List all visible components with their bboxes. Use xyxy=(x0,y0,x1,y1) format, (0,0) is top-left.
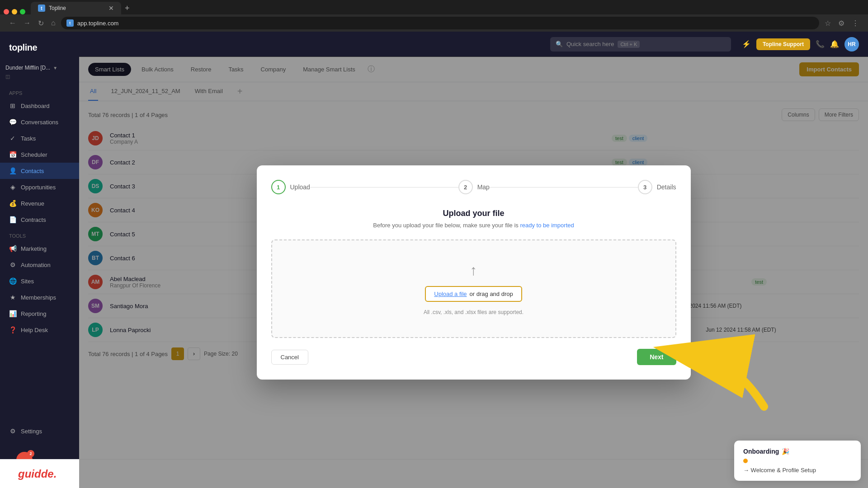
sidebar-item-helpdesk[interactable]: ❓ Help Desk xyxy=(0,322,79,338)
bell-icon[interactable]: 🔔 xyxy=(830,40,839,48)
stepper: 1 Upload 2 Map 3 Details xyxy=(271,180,676,194)
traffic-light-yellow[interactable] xyxy=(12,9,17,14)
sidebar-item-opportunities[interactable]: ◈ Opportunities xyxy=(0,179,79,195)
browser-toolbar: ← → ↻ ⌂ t app.topline.com ☆ ⚙ ⋮ xyxy=(0,14,868,32)
sidebar-item-label-contracts: Contracts xyxy=(21,216,46,223)
upload-subtitle: Before you upload your file below, make … xyxy=(271,222,676,229)
memberships-icon: ★ xyxy=(9,294,16,301)
sidebar-item-memberships[interactable]: ★ Memberships xyxy=(0,289,79,305)
sidebar-item-automation[interactable]: ⚙ Automation xyxy=(0,257,79,273)
step-3-circle: 3 xyxy=(638,180,652,194)
tab-close-icon[interactable]: ✕ xyxy=(108,5,114,12)
phone-icon[interactable]: 📞 xyxy=(816,40,825,48)
drop-zone[interactable]: ↑ Upload a file or drag and drop All .cs… xyxy=(271,239,676,338)
cancel-button[interactable]: Cancel xyxy=(271,350,308,365)
menu-icon[interactable]: ⋮ xyxy=(850,17,861,29)
step-2-label: Map xyxy=(477,183,490,191)
sidebar-item-conversations[interactable]: 💬 Conversations xyxy=(0,114,79,130)
extensions-icon[interactable]: ⚙ xyxy=(836,17,846,29)
app: topline Dunder Mifflin [D... ▼ ◫ Apps ⊞ … xyxy=(0,32,868,488)
sidebar-avatar-badge: 2 xyxy=(27,450,34,457)
home-button[interactable]: ⌂ xyxy=(49,17,57,29)
guidde-logo: guidde. xyxy=(18,468,57,480)
upload-file-link[interactable]: Upload a file xyxy=(434,291,467,297)
step-2: 2 Map xyxy=(458,180,490,194)
contracts-icon: 📄 xyxy=(9,216,16,223)
user-avatar[interactable]: HR xyxy=(844,37,859,52)
sidebar-item-label-contacts: Contacts xyxy=(21,168,44,174)
top-header: 🔍 Quick search here Ctrl + K ⚡ Topline S… xyxy=(79,32,868,57)
refresh-button[interactable]: ↻ xyxy=(36,17,46,29)
sidebar-item-contracts[interactable]: 📄 Contracts xyxy=(0,211,79,228)
sidebar-item-marketing[interactable]: 📢 Marketing xyxy=(0,240,79,257)
sidebar-item-settings[interactable]: ⚙ Settings xyxy=(0,423,79,439)
opportunities-icon: ◈ xyxy=(9,183,16,191)
sidebar-item-reporting[interactable]: 📊 Reporting xyxy=(0,305,79,322)
modal-overlay: 1 Upload 2 Map 3 Details xyxy=(79,57,868,488)
sidebar-item-sites[interactable]: 🌐 Sites xyxy=(0,273,79,289)
step-3-label: Details xyxy=(657,183,676,191)
sidebar: topline Dunder Mifflin [D... ▼ ◫ Apps ⊞ … xyxy=(0,32,79,488)
scheduler-icon: 📅 xyxy=(9,151,16,158)
header-search[interactable]: 🔍 Quick search here Ctrl + K xyxy=(550,37,731,52)
workspace-selector[interactable]: Dunder Mifflin [D... ▼ xyxy=(0,62,79,73)
step-connector-2-3 xyxy=(490,187,638,188)
sidebar-item-label-reporting: Reporting xyxy=(21,310,46,317)
sidebar-item-label-marketing: Marketing xyxy=(21,245,47,252)
browser-tab-active[interactable]: t Topline ✕ xyxy=(31,2,121,14)
next-button[interactable]: Next xyxy=(637,349,676,365)
main-content: 🔍 Quick search here Ctrl + K ⚡ Topline S… xyxy=(79,32,868,488)
topline-support-button[interactable]: Topline Support xyxy=(756,38,810,50)
upload-file-button[interactable]: Upload a file or drag and drop xyxy=(425,286,522,302)
workspace-name: Dunder Mifflin [D... xyxy=(5,65,50,71)
revenue-icon: 💰 xyxy=(9,200,16,207)
search-icon: 🔍 xyxy=(556,41,563,47)
address-text: app.topline.com xyxy=(77,20,119,27)
automation-icon: ⚙ xyxy=(9,261,16,268)
onboarding-title: Onboarding 🎉 xyxy=(743,448,852,455)
sidebar-item-dashboard[interactable]: ⊞ Dashboard xyxy=(0,98,79,114)
browser-tabs: t Topline ✕ + xyxy=(0,0,868,14)
upload-hint: All .csv, .xls, and .xlsx files are supp… xyxy=(424,309,524,315)
traffic-light-green[interactable] xyxy=(20,9,25,14)
sidebar-item-scheduler[interactable]: 📅 Scheduler xyxy=(0,146,79,163)
step-2-circle: 2 xyxy=(458,180,473,194)
sidebar-item-revenue[interactable]: 💰 Revenue xyxy=(0,195,79,211)
lightning-icon[interactable]: ⚡ xyxy=(742,40,751,48)
new-tab-button[interactable]: + xyxy=(121,2,133,14)
upload-modal: 1 Upload 2 Map 3 Details xyxy=(257,165,691,380)
forward-button[interactable]: → xyxy=(22,17,33,29)
dashboard-icon: ⊞ xyxy=(9,102,16,109)
sidebar-item-contacts[interactable]: 👤 Contacts xyxy=(0,163,79,179)
content-area: Smart Lists Bulk Actions Restore Tasks C… xyxy=(79,57,868,488)
step-1-circle: 1 xyxy=(271,180,286,194)
browser-chrome: t Topline ✕ + ← → ↻ ⌂ t app.topline.com … xyxy=(0,0,868,32)
ready-to-import-link[interactable]: ready to be imported xyxy=(520,222,574,229)
back-button[interactable]: ← xyxy=(7,17,18,29)
onboarding-welcome-item[interactable]: → Welcome & Profile Setup xyxy=(743,467,852,474)
sidebar-tools-label: Tools xyxy=(0,231,79,240)
address-bar[interactable]: t app.topline.com xyxy=(61,17,819,29)
upload-title: Upload your file xyxy=(271,209,676,218)
bookmark-icon[interactable]: ☆ xyxy=(823,17,833,29)
sidebar-apps-label: Apps xyxy=(0,89,79,98)
tab-title: Topline xyxy=(49,5,105,11)
settings-icon: ⚙ xyxy=(9,427,16,435)
header-actions: ⚡ Topline Support 📞 🔔 HR xyxy=(742,37,859,52)
sidebar-item-label-dashboard: Dashboard xyxy=(21,103,50,109)
sidebar-item-label-tasks: Tasks xyxy=(21,135,36,142)
step-1-label: Upload xyxy=(290,183,310,191)
contacts-icon: 👤 xyxy=(9,167,16,174)
address-favicon: t xyxy=(66,19,74,27)
workspace-chevron: ▼ xyxy=(53,66,57,70)
search-placeholder-text: Quick search here xyxy=(566,41,614,47)
upload-drag-drop-text: or drag and drop xyxy=(470,291,513,297)
sidebar-panel-icon[interactable]: ◫ xyxy=(5,74,10,80)
traffic-light-red[interactable] xyxy=(4,9,9,14)
sidebar-item-label-memberships: Memberships xyxy=(21,294,56,301)
sidebar-item-label-revenue: Revenue xyxy=(21,200,44,207)
browser-actions: ☆ ⚙ ⋮ xyxy=(823,17,861,29)
step-3: 3 Details xyxy=(638,180,676,194)
sidebar-item-tasks[interactable]: ✓ Tasks xyxy=(0,130,79,146)
reporting-icon: 📊 xyxy=(9,310,16,317)
